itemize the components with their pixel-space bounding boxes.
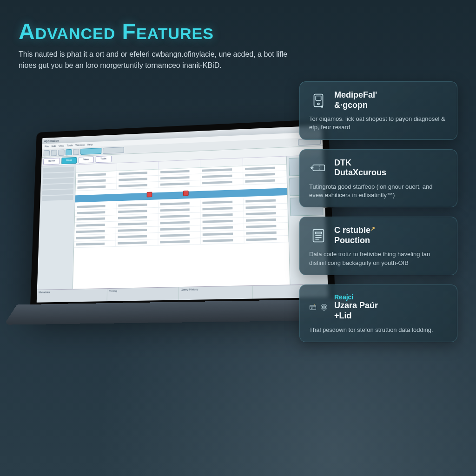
card-title-a: Uzara Paúr: [334, 301, 378, 310]
status-cell: Timing: [107, 287, 179, 301]
card-body: Thal pesdown tor stefon struttion data l…: [309, 326, 448, 334]
menu-item[interactable]: File: [45, 145, 49, 148]
app-screen: Application File Edit View Tools Window …: [37, 126, 329, 303]
data-grid[interactable]: [73, 156, 290, 289]
card-body: Tutingrota good starfeop (lon gnour ouer…: [309, 183, 448, 199]
card-body: Data code trotiz to fretivibe thing have…: [309, 250, 448, 267]
card-title-a: DTK: [334, 158, 351, 167]
toolbar-button[interactable]: [80, 148, 102, 155]
card-pre: Reajci: [334, 293, 378, 301]
menu-item[interactable]: View: [59, 145, 64, 147]
card-title-b: &·gcopn: [334, 100, 368, 110]
error-marker-icon[interactable]: [147, 192, 152, 198]
sidebar-item[interactable]: [43, 172, 74, 178]
menu-item[interactable]: Edit: [52, 145, 56, 147]
menu-item[interactable]: Help: [87, 143, 93, 146]
card-body: Tor diqamos. lick oat shopost to payon d…: [309, 115, 448, 132]
toolbar-button[interactable]: [51, 150, 57, 156]
page-subtitle: This nauted is phat it a ort and or efel…: [19, 49, 288, 71]
device-icon: s: [309, 91, 328, 110]
svg-point-2: [317, 103, 319, 105]
card-title-b: Pouction: [334, 236, 370, 245]
corner-arrow-icon: ↗: [370, 225, 375, 232]
file-icon: [309, 226, 328, 245]
toolbar-button[interactable]: [44, 150, 50, 156]
left-sidebar: [37, 165, 76, 290]
status-cell: Query History: [179, 286, 253, 300]
card-title-a: MedipeFal': [334, 90, 377, 99]
feature-card: DTKDutaXcurous Tutingrota good starfeop …: [299, 149, 457, 208]
sidebar-item[interactable]: [42, 178, 73, 184]
card-title-a: C rstuble: [334, 225, 370, 235]
svg-rect-1: [316, 96, 321, 100]
svg-text:¥: ¥: [311, 306, 313, 309]
page-title: Advanced Features: [19, 19, 299, 44]
tab[interactable]: Home: [43, 158, 60, 165]
svg-rect-10: [310, 305, 316, 310]
status-cell: Metadata: [37, 289, 107, 303]
menu-item[interactable]: Tools: [66, 144, 73, 147]
toolbar-button[interactable]: [103, 147, 124, 154]
svg-text:s: s: [321, 104, 324, 109]
tab[interactable]: Tools: [95, 156, 111, 163]
sidebar-item[interactable]: [42, 189, 73, 195]
sidebar-item[interactable]: [42, 184, 73, 190]
feature-card: ↗C rstublePouction Data code trotiz to f…: [299, 217, 457, 275]
feature-card: ¥ ReajciUzara Paúr+Lid Thal pesdown tor …: [299, 284, 457, 342]
svg-rect-6: [315, 232, 321, 234]
card-title-b: +Lid: [334, 311, 352, 320]
menu-item[interactable]: Window: [75, 144, 85, 146]
toolbar-button[interactable]: [66, 149, 72, 155]
toolbar-button[interactable]: [58, 149, 64, 155]
dual-icon: ¥: [309, 298, 328, 317]
tab[interactable]: View: [78, 156, 93, 163]
sidebar-item[interactable]: [42, 195, 73, 201]
card-title-b: DutaXcurous: [334, 168, 386, 177]
error-marker-icon[interactable]: [183, 191, 189, 196]
ticket-icon: [309, 159, 328, 177]
feature-card: s MedipeFal'&·gcopn Tor diqamos. lick oa…: [299, 81, 457, 140]
toolbar-button[interactable]: [73, 149, 79, 155]
laptop-mock: Application File Edit View Tools Window …: [29, 119, 337, 337]
sidebar-item[interactable]: [43, 167, 74, 173]
tab[interactable]: Data: [61, 157, 77, 164]
